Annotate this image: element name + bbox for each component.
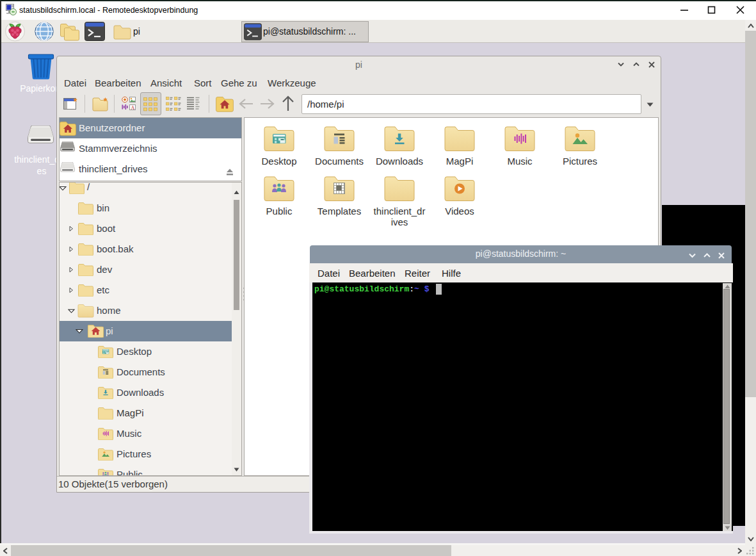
svg-text:A: A [131,105,135,111]
